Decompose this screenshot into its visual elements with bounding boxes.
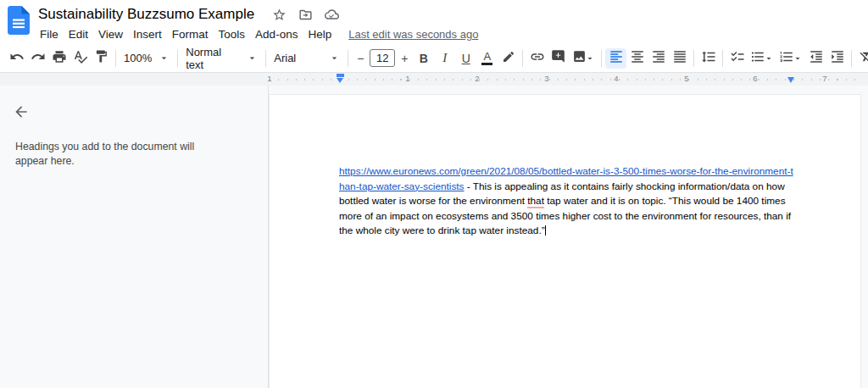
align-right-icon bbox=[651, 49, 666, 68]
document-outline-panel: Headings you add to the document will ap… bbox=[0, 86, 269, 388]
align-left-icon bbox=[609, 49, 624, 68]
close-outline-button[interactable] bbox=[13, 103, 30, 120]
spellcheck-icon bbox=[73, 49, 88, 68]
clear-formatting-button[interactable] bbox=[855, 48, 868, 69]
increase-indent-icon bbox=[830, 49, 845, 68]
paragraph-style-select[interactable]: Normal text bbox=[181, 48, 262, 69]
undo-button[interactable] bbox=[6, 48, 27, 69]
document-title[interactable]: Sustainability Buzzsumo Example bbox=[38, 6, 254, 23]
link-icon bbox=[530, 49, 545, 68]
paint-roller-icon bbox=[94, 49, 108, 67]
align-right-button[interactable] bbox=[648, 48, 669, 69]
minus-icon: − bbox=[357, 52, 364, 65]
menu-help[interactable]: Help bbox=[303, 26, 337, 42]
spellcheck-button[interactable] bbox=[70, 48, 91, 69]
document-canvas: https://www.euronews.com/green/2021/08/0… bbox=[269, 86, 868, 388]
toolbar: 100% Normal text Arial − 12 + B I U A bbox=[0, 44, 868, 73]
text-color-icon: A bbox=[481, 52, 492, 65]
paragraph: https://www.euronews.com/green/2021/08/0… bbox=[339, 164, 795, 239]
increase-indent-button[interactable] bbox=[826, 48, 848, 69]
underline-icon: U bbox=[462, 52, 470, 65]
ruler-number: 6 bbox=[750, 74, 760, 83]
italic-icon: I bbox=[442, 51, 447, 65]
google-docs-logo[interactable] bbox=[8, 6, 31, 38]
left-indent-marker[interactable] bbox=[337, 74, 344, 83]
grammar-flagged-word[interactable]: that bbox=[527, 195, 544, 208]
chevron-down-icon bbox=[793, 53, 803, 64]
arrow-back-icon bbox=[13, 108, 30, 123]
ruler-number: 7 bbox=[820, 74, 830, 83]
menu-tools[interactable]: Tools bbox=[214, 26, 251, 42]
insert-image-button[interactable] bbox=[569, 48, 598, 69]
underline-button[interactable]: U bbox=[455, 48, 476, 69]
ruler-number: 4 bbox=[611, 74, 621, 83]
chevron-down-icon bbox=[247, 53, 258, 64]
italic-button[interactable]: I bbox=[434, 48, 455, 69]
toolbar-separator bbox=[348, 50, 348, 67]
menu-addons[interactable]: Add-ons bbox=[250, 26, 303, 42]
text-color-button[interactable]: A bbox=[476, 48, 498, 69]
redo-button[interactable] bbox=[27, 48, 48, 69]
ruler-number: 3 bbox=[542, 74, 552, 83]
checklist-button[interactable] bbox=[726, 48, 748, 69]
toolbar-separator bbox=[693, 50, 694, 67]
document-page[interactable]: https://www.euronews.com/green/2021/08/0… bbox=[269, 94, 861, 388]
menu-edit[interactable]: Edit bbox=[64, 26, 93, 42]
toolbar-separator bbox=[177, 50, 178, 67]
font-size-increase-button[interactable]: + bbox=[396, 48, 413, 69]
page-content: https://www.euronews.com/green/2021/08/0… bbox=[270, 95, 795, 239]
font-family-select[interactable]: Arial bbox=[270, 48, 344, 69]
line-spacing-button[interactable] bbox=[698, 48, 719, 69]
print-button[interactable] bbox=[48, 48, 70, 69]
align-justify-button[interactable] bbox=[669, 48, 690, 69]
font-value: Arial bbox=[274, 52, 296, 64]
star-icon[interactable] bbox=[272, 8, 287, 22]
zoom-select[interactable]: 100% bbox=[120, 48, 174, 69]
redo-icon bbox=[31, 49, 46, 68]
horizontal-ruler: 1 1 2 3 4 5 6 7 bbox=[0, 73, 868, 86]
app-header: Sustainability Buzzsumo Example File Edi… bbox=[0, 0, 868, 44]
menu-format[interactable]: Format bbox=[167, 26, 214, 42]
paint-format-button[interactable] bbox=[91, 48, 112, 69]
cloud-saved-icon[interactable] bbox=[325, 8, 339, 22]
decrease-indent-button[interactable] bbox=[805, 48, 826, 69]
line-spacing-icon bbox=[701, 49, 716, 68]
align-left-button[interactable] bbox=[605, 48, 626, 69]
ruler-number: 5 bbox=[682, 74, 692, 83]
add-comment-button[interactable] bbox=[548, 48, 569, 69]
menu-insert[interactable]: Insert bbox=[128, 26, 167, 42]
menu-view[interactable]: View bbox=[93, 26, 128, 42]
chevron-down-icon bbox=[329, 53, 340, 64]
highlight-color-button[interactable] bbox=[498, 48, 519, 69]
toolbar-separator bbox=[851, 50, 852, 67]
toolbar-separator bbox=[522, 50, 523, 67]
toolbar-separator bbox=[265, 50, 266, 67]
align-center-icon bbox=[630, 49, 645, 68]
insert-link-button[interactable] bbox=[526, 48, 548, 69]
align-center-button[interactable] bbox=[626, 48, 648, 69]
menu-file[interactable]: File bbox=[35, 26, 64, 42]
bulleted-list-button[interactable] bbox=[748, 48, 776, 69]
zoom-value: 100% bbox=[124, 52, 152, 64]
outline-hint-text: Headings you add to the document will ap… bbox=[15, 140, 223, 169]
font-size-decrease-button[interactable]: − bbox=[352, 48, 369, 69]
clear-formatting-icon bbox=[859, 49, 868, 68]
toolbar-separator bbox=[722, 50, 723, 67]
ruler-number: 1 bbox=[264, 74, 275, 83]
chevron-down-icon bbox=[159, 53, 170, 64]
move-to-folder-icon[interactable] bbox=[298, 8, 313, 22]
align-justify-icon bbox=[672, 49, 687, 68]
font-size-input[interactable]: 12 bbox=[370, 49, 395, 67]
text-cursor bbox=[545, 225, 546, 236]
right-indent-marker[interactable] bbox=[787, 77, 794, 83]
menu-bar: File Edit View Insert Format Tools Add-o… bbox=[35, 25, 478, 43]
numbered-list-button[interactable] bbox=[776, 48, 805, 69]
ruler-ticks bbox=[270, 79, 861, 80]
last-edit-status[interactable]: Last edit was seconds ago bbox=[348, 28, 478, 41]
plus-icon: + bbox=[401, 52, 408, 65]
content-area: Headings you add to the document will ap… bbox=[0, 86, 868, 388]
bold-icon: B bbox=[420, 52, 428, 65]
bold-button[interactable]: B bbox=[413, 48, 434, 69]
undo-icon bbox=[9, 49, 25, 68]
chevron-down-icon bbox=[585, 53, 595, 64]
